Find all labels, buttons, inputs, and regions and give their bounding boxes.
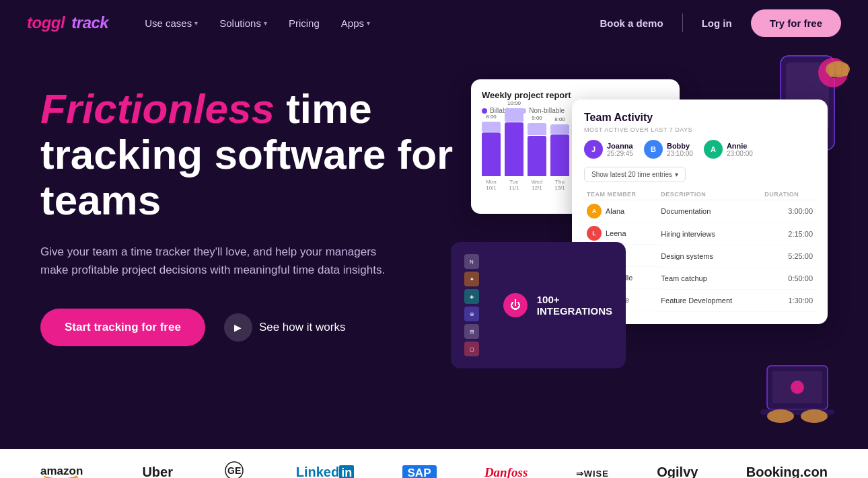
hero-description: Give your team a time tracker they'll lo… — [40, 243, 404, 279]
bar-nonbillable-4 — [550, 124, 569, 134]
svg-rect-5 — [829, 65, 834, 77]
hero-title-frictionless: Frictionless — [40, 85, 275, 132]
top-users-list: J Joanna 25:29:45 B Bobby 23:10:00 A — [584, 140, 816, 159]
col-duration: Duration — [762, 189, 816, 200]
table-row: A Alana Documentation 3:00:00 — [584, 200, 816, 223]
svg-text:amazon: amazon — [40, 465, 83, 477]
col-description: Description — [658, 189, 762, 200]
integration-icon-4: ⊕ — [464, 307, 479, 321]
nav-apps[interactable]: Apps ▾ — [332, 12, 379, 34]
hero-actions: Start tracking for free ▶ See how it wor… — [40, 309, 458, 346]
try-free-button[interactable]: Try for free — [751, 9, 841, 37]
bar-3: 9:00 Wed12/1 — [528, 115, 546, 191]
chevron-down-icon: ▾ — [264, 19, 267, 27]
user-bobby-name: Bobby — [667, 142, 693, 150]
bar-billable-2 — [505, 122, 523, 176]
integrations-card: N ✦ ◈ ⊕ ⊞ ◻ ⏻ 100+ INTEGRATIONS — [451, 242, 626, 368]
user-annie-time: 23:00:00 — [727, 150, 753, 157]
amazon-logo-icon: amazon — [40, 461, 94, 478]
bar-nonbillable-1 — [482, 122, 501, 132]
integration-icon-1: N — [464, 254, 479, 269]
chevron-down-icon: ▾ — [675, 171, 678, 178]
bar-billable-3 — [528, 136, 546, 176]
brands-bar: amazon Uber GE Linkedin SAP Danfoss ⇒WIS… — [0, 449, 868, 478]
laptop-icon — [760, 359, 848, 429]
logo-toggl: toggl — [27, 13, 65, 32]
user-annie-name: Annie — [727, 142, 753, 150]
book-demo-link[interactable]: Book a demo — [586, 12, 676, 34]
integrations-label: 100+ INTEGRATIONS — [537, 294, 612, 317]
bar-2: 10:00 Tue11/1 — [505, 100, 523, 191]
legend-billable-dot — [482, 108, 487, 114]
integrations-icons: N ✦ ◈ ⊕ ⊞ ◻ — [464, 254, 494, 356]
svg-rect-6 — [836, 62, 841, 75]
ge-logo-icon: GE — [221, 461, 248, 478]
bar-billable-4 — [550, 134, 569, 176]
integration-icon-2: ✦ — [464, 272, 479, 286]
logo[interactable]: toggl track — [27, 13, 108, 32]
header: toggl track Use cases ▾ Solutions ▾ Pric… — [0, 0, 868, 46]
svg-point-10 — [791, 381, 804, 394]
team-activity-title: Team Activity — [584, 112, 816, 124]
col-member: Team Member — [584, 189, 658, 200]
hero-section: Frictionless time tracking software for … — [0, 46, 868, 449]
table-row: L Leena Hiring interviews 2:15:00 — [584, 223, 816, 245]
play-icon: ▶ — [224, 313, 252, 342]
svg-point-12 — [767, 409, 794, 423]
brand-amazon: amazon — [40, 461, 94, 478]
svg-rect-7 — [842, 64, 848, 76]
chevron-down-icon: ▾ — [367, 19, 370, 27]
brand-wise: ⇒WISE — [576, 465, 609, 478]
nav-use-cases[interactable]: Use cases ▾ — [135, 12, 207, 34]
hero-left: Frictionless time tracking software for … — [40, 73, 458, 422]
avatar-annie: A — [704, 140, 723, 159]
top-user-2: B Bobby 23:10:00 — [644, 140, 693, 159]
show-entries-button[interactable]: Show latest 20 time entries ▾ — [584, 167, 686, 182]
integration-icon-3: ◈ — [464, 289, 479, 304]
weekly-report-title: Weekly project report — [482, 90, 669, 100]
hero-right: 📱 Weekly project report — [458, 73, 828, 422]
bar-billable-1 — [482, 132, 501, 176]
brand-ge: GE — [221, 461, 248, 478]
avatar-bobby: B — [644, 140, 663, 159]
nav-solutions[interactable]: Solutions ▾ — [210, 12, 277, 34]
bar-4: 8:00 Thu13/1 — [550, 116, 569, 191]
brand-uber: Uber — [142, 465, 173, 478]
avatar-joanna: J — [584, 140, 603, 159]
integration-icon-6: ◻ — [464, 342, 479, 356]
brand-danfoss: Danfoss — [484, 465, 528, 478]
user-joanna-time: 25:29:45 — [607, 150, 633, 157]
table-header-row: Team Member Description Duration — [584, 189, 816, 200]
user-joanna-name: Joanna — [607, 142, 633, 150]
integrations-power-icon: ⏻ — [503, 293, 528, 317]
user-bobby-time: 23:10:00 — [667, 150, 693, 157]
top-user-3: A Annie 23:00:00 — [704, 140, 753, 159]
logo-track: track — [71, 13, 108, 32]
header-right: Book a demo Log in Try for free — [586, 9, 841, 37]
logo-space — [66, 13, 70, 32]
main-nav: Use cases ▾ Solutions ▾ Pricing Apps ▾ — [135, 12, 586, 34]
bar-1: 8:00 Mon10/1 — [482, 114, 501, 191]
brand-sap: SAP — [402, 465, 437, 478]
brand-ogilvy: Ogilvy — [657, 465, 698, 478]
start-tracking-button[interactable]: Start tracking for free — [40, 309, 205, 346]
hero-title: Frictionless time tracking software for … — [40, 86, 458, 224]
top-user-1: J Joanna 25:29:45 — [584, 140, 633, 159]
login-button[interactable]: Log in — [688, 12, 746, 34]
integration-icon-5: ⊞ — [464, 324, 479, 339]
team-activity-subtitle: Most active over last 7 days — [584, 126, 816, 133]
svg-text:GE: GE — [227, 465, 241, 476]
see-how-button[interactable]: ▶ See how it works — [224, 313, 346, 342]
nav-pricing[interactable]: Pricing — [279, 12, 329, 34]
bar-nonbillable-3 — [528, 123, 546, 135]
header-divider — [682, 13, 683, 32]
chevron-down-icon: ▾ — [194, 19, 198, 27]
bar-nonbillable-2 — [505, 108, 523, 122]
brand-booking: Booking.con — [746, 465, 828, 478]
legend-nonbillable: Non-billable — [521, 107, 565, 114]
svg-point-13 — [801, 409, 828, 423]
brand-linkedin: Linkedin — [296, 465, 354, 478]
